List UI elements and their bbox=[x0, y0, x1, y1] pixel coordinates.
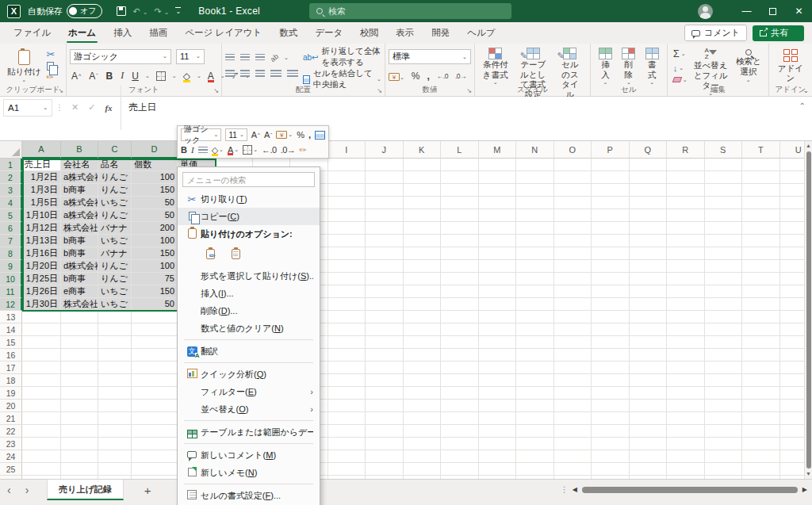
menu-search-input[interactable] bbox=[182, 172, 315, 187]
cell[interactable] bbox=[404, 273, 442, 285]
cell[interactable] bbox=[667, 171, 705, 184]
collapse-ribbon-chevron[interactable]: ⌄ bbox=[802, 86, 809, 94]
cell[interactable] bbox=[742, 387, 780, 400]
cell[interactable] bbox=[516, 412, 554, 425]
cell[interactable] bbox=[441, 197, 479, 209]
menu-item[interactable]: 新しいメモ(N) bbox=[178, 464, 320, 481]
row-header[interactable]: 24 bbox=[0, 450, 22, 463]
cell[interactable]: 50 bbox=[132, 197, 178, 209]
cell[interactable] bbox=[516, 400, 554, 412]
cell[interactable] bbox=[705, 273, 743, 285]
cell[interactable] bbox=[98, 387, 132, 400]
percent-style-button[interactable]: % bbox=[412, 71, 420, 82]
paste-values-button[interactable] bbox=[226, 245, 245, 264]
cell[interactable] bbox=[780, 285, 805, 298]
cell[interactable] bbox=[479, 374, 517, 387]
number-format-combo[interactable]: 標準⌄ bbox=[389, 49, 471, 64]
column-header[interactable]: K bbox=[404, 141, 442, 159]
cell[interactable] bbox=[630, 374, 668, 387]
cell[interactable] bbox=[516, 311, 554, 323]
cell[interactable] bbox=[630, 438, 668, 450]
cell[interactable] bbox=[742, 222, 780, 235]
menu-item[interactable]: 新しいコメント(M) bbox=[178, 446, 320, 464]
cell[interactable] bbox=[132, 323, 178, 336]
cell[interactable] bbox=[742, 463, 780, 476]
underline-button[interactable]: U bbox=[130, 71, 140, 82]
cell[interactable] bbox=[441, 209, 479, 222]
cell[interactable] bbox=[592, 159, 630, 171]
cell[interactable] bbox=[479, 387, 517, 400]
cell[interactable] bbox=[742, 438, 780, 450]
cell[interactable] bbox=[780, 323, 805, 336]
row-header[interactable]: 12 bbox=[0, 298, 22, 311]
cell[interactable] bbox=[592, 400, 630, 412]
save-icon[interactable] bbox=[117, 6, 126, 16]
cell[interactable] bbox=[328, 323, 366, 336]
cell[interactable] bbox=[404, 260, 442, 273]
paste-button[interactable]: 貼り付け⌄ bbox=[3, 46, 45, 85]
mini-percent-button[interactable]: % bbox=[297, 130, 304, 140]
mini-font-color-button[interactable]: A⌄ bbox=[228, 145, 239, 155]
cell[interactable] bbox=[98, 336, 132, 349]
cell[interactable] bbox=[61, 311, 98, 323]
cell[interactable] bbox=[22, 438, 61, 450]
cell[interactable] bbox=[780, 438, 805, 450]
cell[interactable] bbox=[780, 387, 805, 400]
cell[interactable] bbox=[742, 323, 780, 336]
cell[interactable] bbox=[366, 273, 404, 285]
cell[interactable] bbox=[667, 159, 705, 171]
cell[interactable] bbox=[742, 425, 780, 438]
cell[interactable] bbox=[22, 362, 61, 374]
row-header[interactable]: 4 bbox=[0, 197, 22, 209]
addins-button[interactable]: アドイン bbox=[772, 46, 809, 85]
align-top-button[interactable] bbox=[225, 54, 235, 61]
cell[interactable] bbox=[479, 362, 517, 374]
autosum-button[interactable]: Σ⌄ bbox=[673, 48, 688, 59]
cell[interactable] bbox=[630, 336, 668, 349]
cell[interactable] bbox=[630, 209, 668, 222]
row-header[interactable]: 23 bbox=[0, 438, 22, 450]
cell[interactable] bbox=[780, 425, 805, 438]
cell[interactable] bbox=[479, 463, 517, 476]
cell[interactable] bbox=[404, 184, 442, 197]
cell[interactable] bbox=[328, 247, 366, 260]
column-header[interactable]: L bbox=[441, 141, 479, 159]
align-middle-button[interactable] bbox=[240, 54, 250, 61]
cell[interactable] bbox=[479, 450, 517, 463]
cell[interactable] bbox=[366, 235, 404, 247]
cell[interactable] bbox=[132, 425, 178, 438]
cell[interactable] bbox=[366, 412, 404, 425]
cell[interactable]: b商事 bbox=[61, 247, 98, 260]
menu-item[interactable]: フィルター(E)› bbox=[178, 383, 320, 400]
cell[interactable] bbox=[667, 323, 705, 336]
font-color-button[interactable]: A bbox=[206, 71, 216, 82]
cell[interactable] bbox=[479, 273, 517, 285]
cell[interactable] bbox=[554, 349, 592, 362]
cell[interactable]: 150 bbox=[132, 285, 178, 298]
menu-item[interactable]: テーブルまたは範囲からデータを取得(G)... bbox=[178, 423, 320, 441]
cell[interactable] bbox=[742, 400, 780, 412]
cell[interactable] bbox=[132, 387, 178, 400]
column-header[interactable]: O bbox=[554, 141, 592, 159]
cell[interactable] bbox=[479, 171, 517, 184]
cell[interactable]: 個数 bbox=[132, 159, 178, 171]
cell[interactable] bbox=[742, 336, 780, 349]
cell[interactable] bbox=[742, 209, 780, 222]
cell[interactable]: a株式会社 bbox=[61, 197, 98, 209]
cell[interactable] bbox=[516, 450, 554, 463]
redo-button[interactable]: ↷ ⌄ bbox=[154, 6, 169, 17]
cell[interactable] bbox=[328, 197, 366, 209]
cell[interactable] bbox=[592, 336, 630, 349]
cell[interactable] bbox=[516, 362, 554, 374]
row-header[interactable]: 16 bbox=[0, 349, 22, 362]
cell[interactable]: 50 bbox=[132, 298, 178, 311]
cell[interactable] bbox=[132, 463, 178, 476]
name-box[interactable]: A1⌄ bbox=[3, 99, 52, 117]
cell[interactable] bbox=[516, 374, 554, 387]
row-header[interactable]: 5 bbox=[0, 209, 22, 222]
cell[interactable] bbox=[61, 412, 98, 425]
cell[interactable] bbox=[516, 336, 554, 349]
cell[interactable] bbox=[441, 450, 479, 463]
cell[interactable] bbox=[441, 311, 479, 323]
cell[interactable]: いちご bbox=[98, 197, 132, 209]
